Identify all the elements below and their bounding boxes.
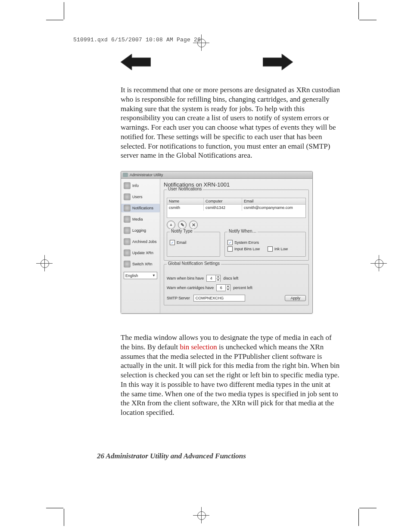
language-select-value: English <box>125 274 138 278</box>
archived-jobs-icon <box>124 238 131 245</box>
registration-mark-icon <box>193 507 209 523</box>
paragraph-media-window: The media window allows you to designate… <box>121 333 340 417</box>
users-icon <box>124 193 131 200</box>
registration-mark-icon <box>193 34 209 51</box>
spin-down-icon[interactable]: ▼ <box>226 288 230 291</box>
sidebar-item-info[interactable]: Info <box>121 181 160 190</box>
document-header: 510991.qxd 6/15/2007 10:08 AM Page 26 <box>73 37 355 43</box>
delete-user-button[interactable]: ✕ <box>189 221 198 229</box>
apply-button[interactable]: Apply <box>285 295 306 301</box>
logging-icon <box>124 227 131 234</box>
sidebar-item-switch-xrn[interactable]: Switch XRn <box>121 260 160 268</box>
app-icon <box>123 173 128 177</box>
col-header-computer[interactable]: Computer <box>204 198 242 204</box>
administrator-utility-window: Administrator Utility Info Users Notific… <box>121 171 313 314</box>
spin-down-icon[interactable]: ▼ <box>216 279 220 282</box>
cell-email: csmith@companyname.com <box>242 205 305 211</box>
language-select[interactable]: English ▼ <box>124 272 157 279</box>
checkbox-icon <box>268 246 273 252</box>
sidebar-item-media[interactable]: Media <box>121 215 160 224</box>
table-row[interactable]: csmith csmith1342 csmith@companyname.com <box>167 205 305 218</box>
registration-mark-icon <box>371 255 387 271</box>
warn-bins-input[interactable]: 4 ▲▼ <box>206 275 221 282</box>
footer-title: Administrator Utility and Advanced Funct… <box>104 452 246 460</box>
sidebar-item-label: Info <box>132 184 139 188</box>
next-page-arrow-icon[interactable] <box>263 54 293 70</box>
x-icon: ✕ <box>192 222 196 228</box>
notify-type-group: Notify Type Email <box>167 232 220 257</box>
warn-cartridges-label-b: percent left <box>233 286 252 290</box>
update-icon <box>124 249 131 256</box>
group-legend: Global Notification Settings <box>167 261 221 266</box>
spin-up-icon[interactable]: ▲ <box>226 285 230 288</box>
info-icon <box>124 182 131 189</box>
group-legend: Notify When… <box>227 229 258 233</box>
group-legend: Notify Type <box>170 229 194 233</box>
sidebar-item-label: Users <box>132 195 143 199</box>
sidebar-item-label: Notifications <box>132 206 153 210</box>
user-notifications-group: User Notifications Name Computer Email c… <box>164 190 309 261</box>
page-footer: 26 Administrator Utility and Advanced Fu… <box>97 452 355 460</box>
smtp-server-label: SMTP Server <box>167 296 190 300</box>
media-icon <box>124 216 131 223</box>
paragraph-notifications-intro: It is recommend that one or more persons… <box>121 85 340 160</box>
registration-mark-icon <box>36 255 53 271</box>
warn-cartridges-label-a: Warn when cartridges have <box>167 286 214 290</box>
sidebar-item-archived-jobs[interactable]: Archived Jobs <box>121 237 160 246</box>
window-title: Administrator Utility <box>130 173 163 177</box>
smtp-server-input[interactable]: COMPNEXCHG <box>193 295 245 302</box>
bin-selection-term: bin selection <box>180 343 217 351</box>
checkbox-label: System Errors <box>234 240 259 245</box>
plus-icon: + <box>170 222 172 227</box>
cell-computer: csmith1342 <box>204 205 242 211</box>
notify-when-input-bins-low-checkbox[interactable]: Input Bins Low <box>227 246 260 252</box>
svg-marker-1 <box>263 54 293 70</box>
sidebar-item-users[interactable]: Users <box>121 193 160 201</box>
warn-cartridges-input[interactable]: 6 ▲▼ <box>216 284 230 291</box>
notify-type-email-checkbox[interactable]: Email <box>170 240 217 245</box>
sidebar-item-label: Update XRn <box>132 251 153 255</box>
group-legend: User Notifications <box>167 187 203 191</box>
spin-up-icon[interactable]: ▲ <box>216 275 220 279</box>
col-header-email[interactable]: Email <box>242 198 305 204</box>
notify-when-ink-low-checkbox[interactable]: Ink Low <box>268 246 288 252</box>
sidebar-item-logging[interactable]: Logging <box>121 226 160 235</box>
sidebar-item-label: Archived Jobs <box>132 240 157 244</box>
prev-page-arrow-icon[interactable] <box>121 54 151 70</box>
cell-name: csmith <box>167 205 204 211</box>
switch-icon <box>124 261 131 268</box>
warn-bins-label-a: Warn when bins have <box>167 276 204 280</box>
warn-cartridges-value: 6 <box>217 286 225 290</box>
chevron-down-icon: ▼ <box>152 274 156 277</box>
global-notification-settings-group: Global Notification Settings Warn when b… <box>164 264 309 305</box>
notifications-icon <box>124 205 131 212</box>
window-titlebar: Administrator Utility <box>121 171 312 179</box>
warn-bins-label-b: discs left <box>223 276 238 280</box>
sidebar-item-label: Switch XRn <box>132 262 153 266</box>
checkbox-icon <box>170 240 175 245</box>
content-pane: Notifications on XRN-1001 User Notificat… <box>160 179 312 313</box>
edit-user-button[interactable]: ✎ <box>178 221 187 229</box>
pencil-icon: ✎ <box>181 222 184 228</box>
users-table: Name Computer Email csmith csmith1342 cs… <box>167 198 306 218</box>
sidebar-item-label: Logging <box>132 228 146 233</box>
sidebar-item-label: Media <box>132 217 143 221</box>
page-number: 26 <box>97 452 104 460</box>
sidebar-item-notifications[interactable]: Notifications <box>121 204 160 212</box>
checkbox-label: Ink Low <box>274 247 288 251</box>
col-header-name[interactable]: Name <box>167 198 204 204</box>
checkbox-icon <box>227 246 233 252</box>
sidebar: Info Users Notifications Media Logging <box>121 179 160 313</box>
smtp-server-value: COMPNEXCHG <box>196 296 224 300</box>
svg-marker-0 <box>121 54 151 70</box>
checkbox-label: Email <box>177 240 187 245</box>
warn-bins-value: 4 <box>207 276 215 280</box>
sidebar-item-update-xrn[interactable]: Update XRn <box>121 249 160 257</box>
checkbox-icon <box>227 240 233 245</box>
notify-when-system-errors-checkbox[interactable]: System Errors <box>227 240 303 245</box>
checkbox-label: Input Bins Low <box>234 247 260 251</box>
notify-when-group: Notify When… System Errors Input Bins Lo… <box>224 232 306 257</box>
add-user-button[interactable]: + <box>167 221 175 229</box>
